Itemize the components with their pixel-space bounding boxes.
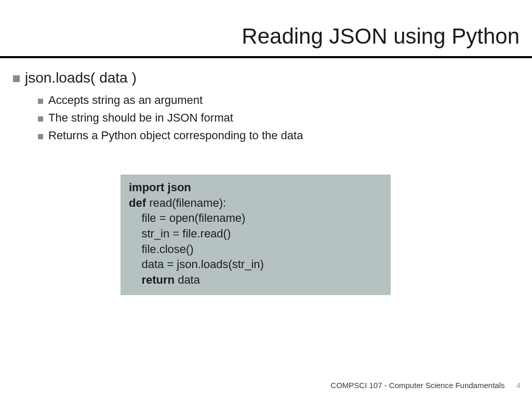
slide-title: Reading JSON using Python (242, 24, 520, 49)
content-area: json.loads( data ) Accepts string as an … (13, 70, 519, 147)
bullet-marker-icon (13, 75, 20, 82)
bullet-text: The string should be in JSON format (48, 111, 233, 125)
code-line: file = open(filename) (129, 210, 382, 226)
bullet-level2: Accepts string as an argument (38, 94, 519, 107)
bullet-text: Returns a Python object corresponding to… (48, 129, 303, 142)
title-underline (0, 56, 532, 58)
bullet-level2: The string should be in JSON format (38, 111, 519, 125)
code-line: file.close() (129, 242, 382, 257)
code-line: data = json.loads(str_in) (129, 257, 382, 272)
bullet-level2: Returns a Python object corresponding to… (38, 129, 519, 142)
code-line: return data (129, 272, 382, 288)
code-block: import json def read(filename): file = o… (121, 175, 391, 295)
footer-course-text: COMPSCI 107 - Computer Science Fundament… (330, 381, 504, 390)
code-line: import json (129, 180, 382, 195)
bullet-marker-icon (38, 116, 43, 122)
bullet-text: json.loads( data ) (25, 70, 137, 86)
bullet-marker-icon (38, 99, 43, 104)
bullet-level1: json.loads( data ) (13, 70, 519, 86)
sub-bullet-list: Accepts string as an argument The string… (38, 94, 519, 142)
code-line: def read(filename): (129, 195, 382, 211)
code-line: str_in = file.read() (129, 226, 382, 242)
bullet-marker-icon (38, 134, 43, 139)
slide-footer: COMPSCI 107 - Computer Science Fundament… (330, 381, 521, 390)
bullet-text: Accepts string as an argument (48, 94, 203, 107)
page-number: 4 (516, 381, 521, 390)
